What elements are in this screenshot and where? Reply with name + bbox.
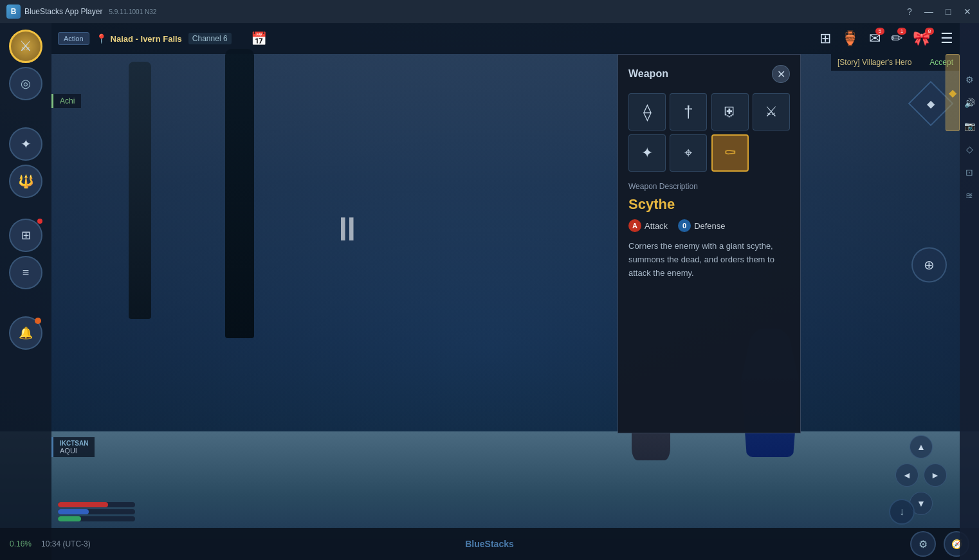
- defense-stat: 0 Defense: [678, 219, 725, 232]
- tree-1: [129, 62, 151, 319]
- emblem-button[interactable]: ✦: [9, 127, 42, 161]
- percent-text: 0.16%: [10, 539, 32, 548]
- chat-notification: IKCTSAN AQUI: [51, 437, 95, 457]
- location-section: 📍 Naiad - Ivern Falls: [96, 33, 182, 44]
- mp-bar-container: [58, 509, 135, 514]
- sidebar-right-btn-6[interactable]: ≋: [965, 190, 973, 201]
- time-text: 10:34 (UTC-3): [41, 539, 91, 548]
- left-arrow-button[interactable]: ◄: [895, 464, 919, 487]
- pen-badge: 1: [897, 28, 906, 35]
- scroll-handle[interactable]: ◆: [946, 54, 960, 131]
- weapon-panel: Weapon ✕ ⟠ † ⛨ ⚔ ✦ ⌖: [618, 54, 801, 433]
- list-button[interactable]: ≡: [9, 256, 42, 289]
- game-area: ⚔ ◎ ✦ 🔱 ⊞ ≡ 🔔 Action 📍 Naiad - Ivern: [0, 23, 979, 560]
- bell-button[interactable]: 🔔: [9, 316, 42, 350]
- grid-icon-button[interactable]: ⊞: [819, 30, 831, 47]
- nav-diamond[interactable]: ◆: [915, 87, 947, 120]
- achievement-notification: Achi: [51, 94, 81, 108]
- window-controls: ? — □ ✕: [904, 6, 973, 17]
- menu-icon-button[interactable]: ☰: [940, 30, 953, 47]
- minimap-button[interactable]: ◎: [9, 67, 42, 100]
- help-button[interactable]: ?: [904, 6, 915, 17]
- attack-stat: A Attack: [628, 219, 668, 232]
- compass-button[interactable]: ⊕: [911, 247, 947, 282]
- close-weapon-panel-button[interactable]: ✕: [772, 65, 790, 83]
- right-sidebar: ⚙ 🔊 📷 ◇ ⊡ ≋: [960, 23, 979, 560]
- wings-button[interactable]: 🔱: [9, 165, 42, 198]
- gift-badge: 8: [925, 28, 934, 35]
- bluestacks-watermark: BlueStacks: [465, 539, 513, 549]
- mp-bar: [58, 509, 89, 514]
- mail-badge: 5: [875, 28, 884, 35]
- weapon-panel-header: Weapon ✕: [628, 65, 790, 83]
- action-badge: Action: [58, 32, 89, 45]
- weapon-slot-3[interactable]: ⛨: [711, 93, 749, 131]
- hp-bar-container: [58, 502, 135, 507]
- location-text: Naiad - Ivern Falls: [111, 34, 182, 44]
- right-arrow-button[interactable]: ►: [924, 464, 947, 487]
- story-panel: [Story] Villager's Hero Accept: [831, 54, 960, 71]
- app-icon: B: [6, 5, 21, 19]
- weapon-6-icon: ⌖: [684, 145, 692, 161]
- player-health-bars: [58, 502, 135, 521]
- top-bar-icons: ⊞ 🏺 ✉ 5 ✏ 1 🎀 8 ☰: [819, 30, 953, 47]
- minimize-button[interactable]: —: [924, 6, 934, 17]
- channel-text: Channel 6: [188, 33, 232, 44]
- weapon-name: Scythe: [628, 196, 790, 213]
- weapon-slot-5[interactable]: ✦: [628, 134, 666, 172]
- gift-icon-button[interactable]: 🎀 8: [913, 30, 930, 47]
- settings-icon-btn[interactable]: ⚙: [910, 531, 936, 557]
- weapon-2-icon: †: [684, 102, 693, 122]
- xp-bar-container: [58, 516, 135, 521]
- weapon-slot-1[interactable]: ⟠: [628, 93, 666, 131]
- mail-icon-button[interactable]: ✉ 5: [869, 30, 881, 47]
- weapon-7-icon: ⚰: [724, 144, 737, 162]
- lr-arrows: ◄ ►: [895, 464, 947, 487]
- hp-bar: [58, 502, 108, 507]
- xp-bar: [58, 516, 81, 521]
- weapon-stats: A Attack 0 Defense: [628, 219, 790, 232]
- pen-icon-button[interactable]: ✏ 1: [891, 30, 902, 47]
- chat-username: IKCTSAN: [60, 440, 88, 447]
- character-button[interactable]: ⚔: [9, 30, 42, 63]
- chest-icon-button[interactable]: 🏺: [841, 30, 859, 47]
- sidebar-right-btn-5[interactable]: ⊡: [965, 167, 973, 177]
- story-quest-text: [Story] Villager's Hero: [837, 58, 911, 67]
- tree-2: [225, 49, 254, 338]
- right-game-buttons: ⊕: [911, 247, 947, 282]
- attack-icon: A: [628, 219, 641, 232]
- weapon-description-text: Corners the enemy with a giant scythe, s…: [628, 240, 790, 280]
- title-bar: B BlueStacks App Player 5.9.11.1001 N32 …: [0, 0, 979, 23]
- bottom-bar: 0.16% 10:34 (UTC-3) BlueStacks ⚙ 🧭: [0, 528, 979, 560]
- chat-text: AQUI: [60, 447, 88, 455]
- character-down-icon[interactable]: ↓: [889, 499, 915, 525]
- weapon-slot-2[interactable]: †: [670, 93, 707, 131]
- sidebar-right-btn-3[interactable]: 📷: [964, 121, 975, 131]
- weapon-3-icon: ⛨: [723, 104, 737, 120]
- up-arrow-button[interactable]: ▲: [910, 435, 933, 458]
- defense-label: Defense: [694, 221, 725, 231]
- sidebar-right-btn-1[interactable]: ⚙: [965, 75, 974, 85]
- weapon-slot-6[interactable]: ⌖: [670, 134, 707, 172]
- weapon-grid: ⟠ † ⛨ ⚔ ✦ ⌖ ⚰: [628, 93, 790, 172]
- weapon-slot-7-scythe[interactable]: ⚰: [711, 134, 749, 172]
- app-version: 5.9.11.1001 N32: [109, 8, 156, 15]
- close-window-button[interactable]: ✕: [962, 6, 973, 17]
- weapon-4-icon: ⚔: [765, 104, 778, 120]
- top-bar: Action 📍 Naiad - Ivern Falls Channel 6 📅…: [51, 23, 960, 54]
- weapon-slot-4[interactable]: ⚔: [753, 93, 790, 131]
- sidebar-right-btn-4[interactable]: ◇: [966, 144, 973, 154]
- defense-icon: 0: [678, 219, 691, 232]
- app-name: BlueStacks App Player: [24, 7, 102, 16]
- game-background: [0, 23, 979, 560]
- grid-button[interactable]: ⊞: [9, 219, 42, 252]
- weapon-panel-title: Weapon: [628, 68, 668, 80]
- calendar-icon[interactable]: 📅: [251, 31, 267, 46]
- app-logo: B BlueStacks App Player 5.9.11.1001 N32: [6, 5, 156, 19]
- left-sidebar: ⚔ ◎ ✦ 🔱 ⊞ ≡ 🔔: [0, 23, 51, 560]
- maximize-button[interactable]: □: [943, 6, 953, 17]
- weapon-slot-8-empty: [753, 134, 790, 172]
- sidebar-right-btn-2[interactable]: 🔊: [964, 98, 975, 108]
- weapon-description-section: Weapon Description Scythe A Attack 0 Def…: [628, 182, 790, 280]
- weapon-5-icon: ✦: [641, 145, 653, 161]
